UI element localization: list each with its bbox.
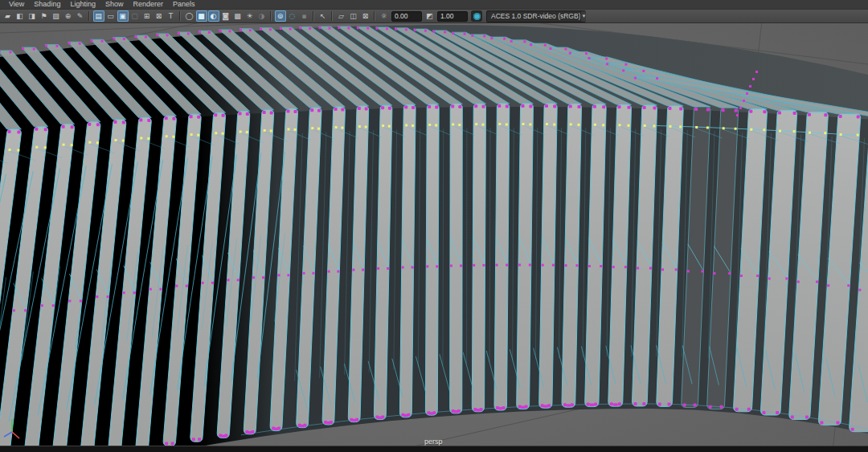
xray-icon[interactable]: ▱ <box>336 10 347 22</box>
panel-toolbar: ▰◧◨⚑▨⊕✎▤▭▣▢⊞⊠T◯■◐◙▩☀◑⊚◌▪↖▱◫⊠☼0.00◩1.00AC… <box>0 10 868 23</box>
color-management-dot <box>473 13 481 20</box>
field-chart-icon[interactable]: ⊞ <box>141 10 153 22</box>
camera-attributes-icon[interactable]: ◨ <box>27 10 38 22</box>
color-management-icon[interactable] <box>471 10 482 22</box>
resolution-gate-icon[interactable]: ▣ <box>117 10 129 22</box>
menu-panels[interactable]: Panels <box>168 0 200 9</box>
panel-menu-bar: View Shading Lighting Show Renderer Pane… <box>0 0 868 10</box>
xray-joints-icon[interactable]: ◫ <box>348 10 359 22</box>
toolbar-separator <box>331 11 333 21</box>
motion-blur-icon[interactable]: ◌ <box>287 10 298 22</box>
wireframe-icon[interactable]: ◯ <box>184 10 195 22</box>
bookmark-icon[interactable]: ⚑ <box>39 10 50 22</box>
grease-pencil-icon[interactable]: ✎ <box>75 10 86 22</box>
viewport-canvas[interactable] <box>0 0 868 452</box>
grid-icon[interactable]: ▤ <box>93 10 104 22</box>
toolbar-separator <box>374 11 375 21</box>
contrast-icon[interactable]: ◩ <box>424 10 436 22</box>
lock-camera-icon[interactable]: ◧ <box>14 10 26 22</box>
camera-label: persp <box>424 438 443 446</box>
depth-of-field-icon[interactable]: ▪ <box>299 10 310 22</box>
menu-view[interactable]: View <box>4 0 29 9</box>
toolbar-separator <box>88 11 90 21</box>
bottom-panel-strip <box>0 446 868 452</box>
toolbar-separator <box>313 11 314 21</box>
color-space-dropdown[interactable]: ACES 1.0 SDR-video (sRGB)▼ <box>486 10 586 22</box>
screen-space-ao-icon[interactable]: ⊚ <box>275 10 286 22</box>
textured-icon[interactable]: ◙ <box>220 10 231 22</box>
shadows-icon[interactable]: ◑ <box>256 10 268 22</box>
safe-title-icon[interactable]: T <box>166 10 177 22</box>
exposure-value-field[interactable]: 0.00 <box>391 11 422 22</box>
image-plane-icon[interactable]: ▨ <box>51 10 62 22</box>
exposure-icon[interactable]: ☼ <box>379 10 390 22</box>
menu-show[interactable]: Show <box>100 0 129 9</box>
gate-mask-icon[interactable]: ▢ <box>129 10 141 22</box>
panel-header: View Shading Lighting Show Renderer Pane… <box>0 0 868 23</box>
color-space-label: ACES 1.0 SDR-video (sRGB) <box>487 12 580 20</box>
dropdown-arrow-icon: ▼ <box>580 11 586 22</box>
gamma-value-field[interactable]: 1.00 <box>437 11 468 22</box>
menu-renderer[interactable]: Renderer <box>128 0 168 9</box>
two-d-pan-zoom-icon[interactable]: ⊕ <box>63 10 74 22</box>
film-gate-icon[interactable]: ▭ <box>105 10 117 22</box>
toolbar-separator <box>270 11 272 21</box>
viewport[interactable]: persp <box>0 0 868 452</box>
wireframe-on-shaded-icon[interactable]: ◐ <box>208 10 219 22</box>
menu-shading[interactable]: Shading <box>29 0 65 9</box>
toolbar-separator <box>179 11 181 21</box>
select-camera-icon[interactable]: ▰ <box>2 10 14 22</box>
shaded-icon[interactable]: ■ <box>196 10 207 22</box>
menu-lighting[interactable]: Lighting <box>65 0 100 9</box>
use-all-lights-icon[interactable]: ☀ <box>244 10 256 22</box>
safe-action-icon[interactable]: ⊠ <box>154 10 165 22</box>
isolate-select-icon[interactable]: ↖ <box>317 10 329 22</box>
material-override-icon[interactable]: ▩ <box>232 10 244 22</box>
xray-active-components-icon[interactable]: ⊠ <box>360 10 371 22</box>
